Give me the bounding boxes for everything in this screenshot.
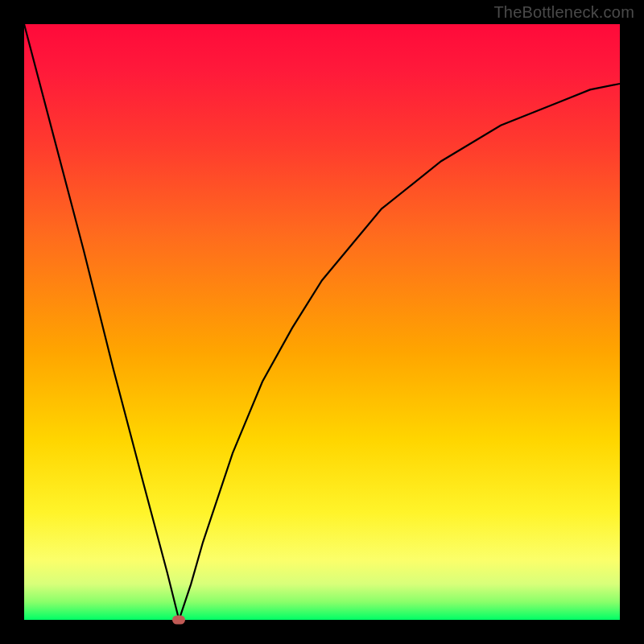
attribution-text: TheBottleneck.com bbox=[493, 3, 634, 22]
curve-svg bbox=[24, 24, 620, 620]
plot-area bbox=[24, 24, 620, 620]
bottleneck-curve bbox=[24, 24, 620, 620]
chart-frame: TheBottleneck.com bbox=[0, 0, 644, 644]
trough-marker bbox=[172, 616, 185, 625]
